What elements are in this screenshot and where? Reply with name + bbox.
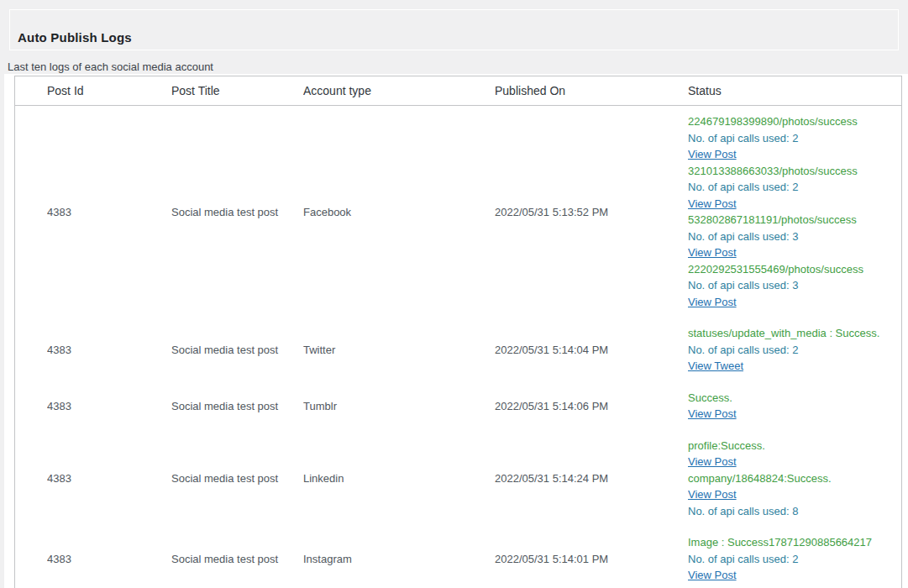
column-header-status: Status (688, 84, 901, 97)
published-on-cell: 2022/05/31 5:14:01 PM (495, 553, 688, 565)
status-line: View Post (688, 486, 893, 503)
status-line: View Post (688, 294, 893, 311)
status-line: 321013388663033/photos/success (688, 163, 893, 180)
table-row: 4383 Social media test post Facebook 202… (15, 106, 901, 318)
status-line: Image : Success17871290885664217 (688, 534, 893, 551)
status-success-message: 532802867181191/photos/success (688, 213, 857, 226)
status-line: No. of api calls used: 2 (688, 130, 893, 147)
view-post-link[interactable]: View Post (688, 296, 737, 308)
status-line: profile:Success. (688, 438, 893, 454)
api-calls-count: No. of api calls used: 2 (688, 553, 799, 565)
view-post-link[interactable]: View Post (688, 246, 737, 259)
status-line: No. of api calls used: 2 (688, 342, 893, 359)
api-calls-count: No. of api calls used: 3 (688, 279, 799, 291)
auto-publish-logs-table: Post Id Post Title Account type Publishe… (14, 76, 902, 588)
view-post-link[interactable]: View Post (688, 455, 737, 468)
status-success-message: statuses/update_with_media : Success. (688, 327, 879, 339)
status-success-message: Image : Success17871290885664217 (688, 536, 872, 549)
status-success-message: 224679198399890/photos/success (688, 115, 858, 128)
status-line: View Tweet (688, 358, 893, 375)
post-title-cell: Social media test post (171, 344, 303, 356)
post-title-cell: Social media test post (171, 400, 303, 412)
table-row: 4383 Social media test post Instagram 20… (15, 527, 901, 588)
status-success-message: Success. (688, 391, 732, 404)
view-post-link[interactable]: View Post (688, 148, 737, 160)
table-header-row: Post Id Post Title Account type Publishe… (15, 76, 901, 106)
status-success-message: 2220292531555469/photos/success (688, 263, 863, 276)
post-id-cell: 4383 (47, 472, 171, 485)
view-post-link[interactable]: View Post (688, 569, 737, 581)
table-row: 4383 Social media test post Linkedin 202… (15, 430, 901, 528)
status-line: No. of api calls used: 8 (688, 503, 893, 520)
table-row: 4383 Social media test post Twitter 2022… (15, 318, 901, 382)
post-title-cell: Social media test post (171, 553, 303, 565)
status-line: 532802867181191/photos/success (688, 212, 893, 228)
status-line: 2220292531555469/photos/success (688, 261, 893, 278)
published-on-cell: 2022/05/31 5:14:04 PM (495, 344, 688, 356)
published-on-cell: 2022/05/31 5:14:24 PM (495, 472, 688, 485)
status-line: Success. (688, 390, 893, 407)
auto-publish-logs-box (9, 9, 899, 50)
api-calls-count: No. of api calls used: 2 (688, 344, 799, 356)
status-line: 224679198399890/photos/success (688, 113, 893, 130)
column-header-published-on: Published On (495, 84, 688, 97)
table-body: 4383 Social media test post Facebook 202… (15, 106, 901, 588)
post-title-cell: Social media test post (171, 206, 303, 218)
post-id-cell: 4383 (47, 344, 171, 356)
column-header-account-type: Account type (303, 84, 495, 97)
table-row: 4383 Social media test post Tumblr 2022/… (15, 382, 901, 430)
account-type-cell: Twitter (303, 344, 495, 356)
view-post-link[interactable]: View Post (688, 488, 737, 501)
api-calls-count: No. of api calls used: 2 (688, 181, 799, 193)
view-post-link[interactable]: View Post (688, 407, 737, 420)
status-line: View Post (688, 567, 893, 584)
page-subtitle: Last ten logs of each social media accou… (8, 60, 213, 73)
status-line: No. of api calls used: 3 (688, 228, 893, 245)
account-type-cell: Instagram (303, 553, 495, 565)
status-line: company/18648824:Success. (688, 470, 893, 487)
published-on-cell: 2022/05/31 5:14:06 PM (495, 400, 688, 412)
account-type-cell: Linkedin (303, 472, 495, 485)
status-cell: statuses/update_with_media : Success.No.… (688, 325, 901, 375)
view-tweet-link[interactable]: View Tweet (688, 360, 743, 372)
status-success-message: company/18648824:Success. (688, 472, 832, 485)
status-cell: profile:Success.View Postcompany/1864882… (688, 438, 901, 520)
post-title-cell: Social media test post (171, 472, 303, 485)
status-success-message: profile:Success. (688, 439, 765, 452)
account-type-cell: Facebook (303, 206, 495, 218)
status-cell: Image : Success17871290885664217No. of a… (688, 534, 901, 584)
status-line: View Post (688, 196, 893, 213)
post-id-cell: 4383 (47, 553, 171, 565)
status-line: View Post (688, 406, 893, 423)
api-calls-count: No. of api calls used: 3 (688, 230, 799, 243)
status-line: No. of api calls used: 2 (688, 551, 893, 568)
published-on-cell: 2022/05/31 5:13:52 PM (495, 206, 688, 218)
status-success-message: 321013388663033/photos/success (688, 165, 858, 177)
status-line: statuses/update_with_media : Success. (688, 325, 893, 342)
account-type-cell: Tumblr (303, 400, 495, 412)
status-line: No. of api calls used: 2 (688, 179, 893, 196)
api-calls-count: No. of api calls used: 8 (688, 505, 799, 517)
api-calls-count: No. of api calls used: 2 (688, 132, 799, 144)
column-header-post-id: Post Id (47, 84, 171, 97)
status-line: View Post (688, 454, 893, 470)
column-header-post-title: Post Title (171, 84, 303, 97)
post-id-cell: 4383 (47, 400, 171, 412)
page-title: Auto Publish Logs (18, 30, 132, 45)
status-line: No. of api calls used: 3 (688, 277, 893, 294)
status-cell: 224679198399890/photos/successNo. of api… (688, 113, 901, 310)
view-post-link[interactable]: View Post (688, 197, 737, 210)
status-line: View Post (688, 244, 893, 261)
status-line: View Post (688, 146, 893, 163)
status-cell: Success.View Post (688, 390, 901, 423)
post-id-cell: 4383 (47, 206, 171, 218)
